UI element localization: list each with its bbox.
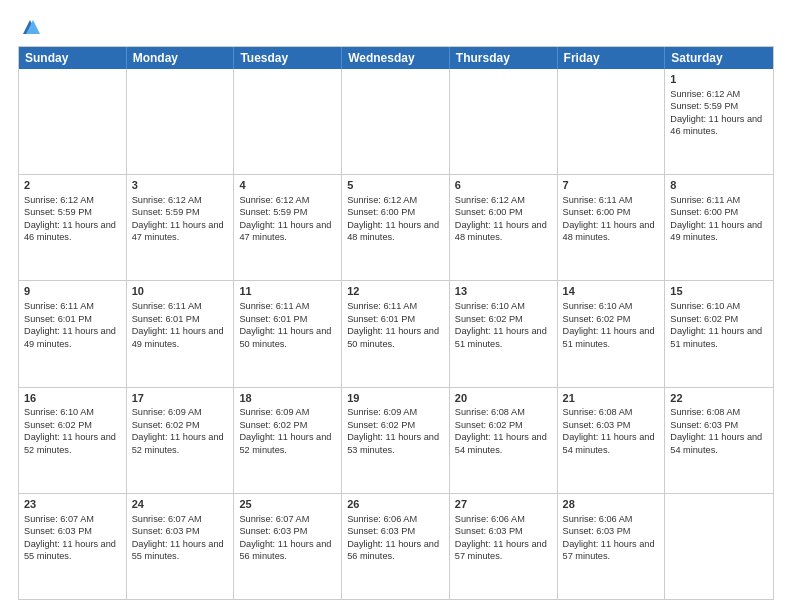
day-number: 24 bbox=[132, 497, 229, 512]
day-info-line: Sunset: 6:02 PM bbox=[670, 313, 768, 325]
day-info-line: Sunrise: 6:07 AM bbox=[132, 513, 229, 525]
day-info-line: Sunrise: 6:07 AM bbox=[24, 513, 121, 525]
day-number: 7 bbox=[563, 178, 660, 193]
day-number: 26 bbox=[347, 497, 444, 512]
page-header bbox=[18, 16, 774, 38]
weekday-header: Friday bbox=[558, 47, 666, 69]
calendar-cell: 1Sunrise: 6:12 AMSunset: 5:59 PMDaylight… bbox=[665, 69, 773, 174]
day-number: 19 bbox=[347, 391, 444, 406]
day-number: 21 bbox=[563, 391, 660, 406]
calendar-cell: 13Sunrise: 6:10 AMSunset: 6:02 PMDayligh… bbox=[450, 281, 558, 386]
day-number: 1 bbox=[670, 72, 768, 87]
day-number: 27 bbox=[455, 497, 552, 512]
day-number: 28 bbox=[563, 497, 660, 512]
day-info-line: Daylight: 11 hours and 51 minutes. bbox=[563, 325, 660, 350]
day-info-line: Sunrise: 6:12 AM bbox=[239, 194, 336, 206]
day-info-line: Sunrise: 6:08 AM bbox=[670, 406, 768, 418]
day-info-line: Daylight: 11 hours and 54 minutes. bbox=[670, 431, 768, 456]
day-number: 23 bbox=[24, 497, 121, 512]
day-info-line: Sunset: 5:59 PM bbox=[670, 100, 768, 112]
calendar-cell: 18Sunrise: 6:09 AMSunset: 6:02 PMDayligh… bbox=[234, 388, 342, 493]
calendar-cell bbox=[342, 69, 450, 174]
calendar-cell: 14Sunrise: 6:10 AMSunset: 6:02 PMDayligh… bbox=[558, 281, 666, 386]
logo-icon bbox=[19, 16, 41, 38]
day-info-line: Daylight: 11 hours and 57 minutes. bbox=[563, 538, 660, 563]
day-number: 13 bbox=[455, 284, 552, 299]
day-info-line: Sunrise: 6:12 AM bbox=[455, 194, 552, 206]
day-info-line: Sunrise: 6:11 AM bbox=[239, 300, 336, 312]
calendar-cell: 5Sunrise: 6:12 AMSunset: 6:00 PMDaylight… bbox=[342, 175, 450, 280]
day-number: 12 bbox=[347, 284, 444, 299]
day-info-line: Sunset: 6:03 PM bbox=[347, 525, 444, 537]
day-info-line: Daylight: 11 hours and 55 minutes. bbox=[132, 538, 229, 563]
day-info-line: Daylight: 11 hours and 50 minutes. bbox=[239, 325, 336, 350]
day-info-line: Sunrise: 6:12 AM bbox=[132, 194, 229, 206]
calendar-row: 9Sunrise: 6:11 AMSunset: 6:01 PMDaylight… bbox=[19, 280, 773, 386]
day-info-line: Daylight: 11 hours and 46 minutes. bbox=[670, 113, 768, 138]
day-number: 6 bbox=[455, 178, 552, 193]
day-info-line: Sunrise: 6:08 AM bbox=[455, 406, 552, 418]
day-number: 4 bbox=[239, 178, 336, 193]
day-info-line: Daylight: 11 hours and 52 minutes. bbox=[24, 431, 121, 456]
day-info-line: Daylight: 11 hours and 48 minutes. bbox=[455, 219, 552, 244]
calendar-cell: 28Sunrise: 6:06 AMSunset: 6:03 PMDayligh… bbox=[558, 494, 666, 599]
calendar-cell: 15Sunrise: 6:10 AMSunset: 6:02 PMDayligh… bbox=[665, 281, 773, 386]
day-number: 25 bbox=[239, 497, 336, 512]
calendar-cell: 3Sunrise: 6:12 AMSunset: 5:59 PMDaylight… bbox=[127, 175, 235, 280]
calendar-cell: 12Sunrise: 6:11 AMSunset: 6:01 PMDayligh… bbox=[342, 281, 450, 386]
weekday-header: Wednesday bbox=[342, 47, 450, 69]
day-info-line: Sunset: 6:02 PM bbox=[563, 313, 660, 325]
day-info-line: Daylight: 11 hours and 53 minutes. bbox=[347, 431, 444, 456]
weekday-header: Tuesday bbox=[234, 47, 342, 69]
day-info-line: Daylight: 11 hours and 52 minutes. bbox=[239, 431, 336, 456]
calendar-cell: 11Sunrise: 6:11 AMSunset: 6:01 PMDayligh… bbox=[234, 281, 342, 386]
day-info-line: Daylight: 11 hours and 51 minutes. bbox=[670, 325, 768, 350]
calendar-cell: 21Sunrise: 6:08 AMSunset: 6:03 PMDayligh… bbox=[558, 388, 666, 493]
day-info-line: Sunset: 5:59 PM bbox=[132, 206, 229, 218]
day-info-line: Sunset: 6:03 PM bbox=[132, 525, 229, 537]
day-info-line: Sunset: 5:59 PM bbox=[24, 206, 121, 218]
day-info-line: Sunset: 5:59 PM bbox=[239, 206, 336, 218]
logo bbox=[18, 16, 42, 38]
calendar-cell: 20Sunrise: 6:08 AMSunset: 6:02 PMDayligh… bbox=[450, 388, 558, 493]
day-info-line: Sunrise: 6:11 AM bbox=[670, 194, 768, 206]
day-info-line: Sunset: 6:01 PM bbox=[132, 313, 229, 325]
day-info-line: Sunset: 6:00 PM bbox=[563, 206, 660, 218]
day-number: 3 bbox=[132, 178, 229, 193]
calendar-cell bbox=[558, 69, 666, 174]
day-info-line: Sunrise: 6:10 AM bbox=[24, 406, 121, 418]
day-info-line: Sunrise: 6:10 AM bbox=[563, 300, 660, 312]
day-info-line: Sunrise: 6:06 AM bbox=[347, 513, 444, 525]
day-info-line: Sunset: 6:02 PM bbox=[455, 313, 552, 325]
day-info-line: Sunset: 6:03 PM bbox=[670, 419, 768, 431]
calendar-cell: 27Sunrise: 6:06 AMSunset: 6:03 PMDayligh… bbox=[450, 494, 558, 599]
day-info-line: Sunrise: 6:11 AM bbox=[563, 194, 660, 206]
day-info-line: Sunrise: 6:09 AM bbox=[239, 406, 336, 418]
day-info-line: Sunrise: 6:12 AM bbox=[24, 194, 121, 206]
day-info-line: Sunrise: 6:08 AM bbox=[563, 406, 660, 418]
weekday-header: Sunday bbox=[19, 47, 127, 69]
day-info-line: Sunset: 6:01 PM bbox=[239, 313, 336, 325]
calendar-row: 23Sunrise: 6:07 AMSunset: 6:03 PMDayligh… bbox=[19, 493, 773, 599]
day-number: 15 bbox=[670, 284, 768, 299]
calendar-cell bbox=[234, 69, 342, 174]
day-number: 20 bbox=[455, 391, 552, 406]
day-number: 17 bbox=[132, 391, 229, 406]
calendar-cell: 19Sunrise: 6:09 AMSunset: 6:02 PMDayligh… bbox=[342, 388, 450, 493]
calendar-cell: 10Sunrise: 6:11 AMSunset: 6:01 PMDayligh… bbox=[127, 281, 235, 386]
day-info-line: Sunset: 6:02 PM bbox=[132, 419, 229, 431]
calendar-cell: 24Sunrise: 6:07 AMSunset: 6:03 PMDayligh… bbox=[127, 494, 235, 599]
calendar-row: 1Sunrise: 6:12 AMSunset: 5:59 PMDaylight… bbox=[19, 69, 773, 174]
calendar-cell: 4Sunrise: 6:12 AMSunset: 5:59 PMDaylight… bbox=[234, 175, 342, 280]
day-info-line: Sunrise: 6:12 AM bbox=[347, 194, 444, 206]
day-info-line: Daylight: 11 hours and 46 minutes. bbox=[24, 219, 121, 244]
day-info-line: Sunrise: 6:06 AM bbox=[563, 513, 660, 525]
day-number: 8 bbox=[670, 178, 768, 193]
calendar-cell: 22Sunrise: 6:08 AMSunset: 6:03 PMDayligh… bbox=[665, 388, 773, 493]
day-info-line: Daylight: 11 hours and 54 minutes. bbox=[455, 431, 552, 456]
day-info-line: Daylight: 11 hours and 55 minutes. bbox=[24, 538, 121, 563]
day-info-line: Daylight: 11 hours and 49 minutes. bbox=[132, 325, 229, 350]
calendar-cell bbox=[665, 494, 773, 599]
day-info-line: Daylight: 11 hours and 49 minutes. bbox=[24, 325, 121, 350]
day-info-line: Sunrise: 6:12 AM bbox=[670, 88, 768, 100]
